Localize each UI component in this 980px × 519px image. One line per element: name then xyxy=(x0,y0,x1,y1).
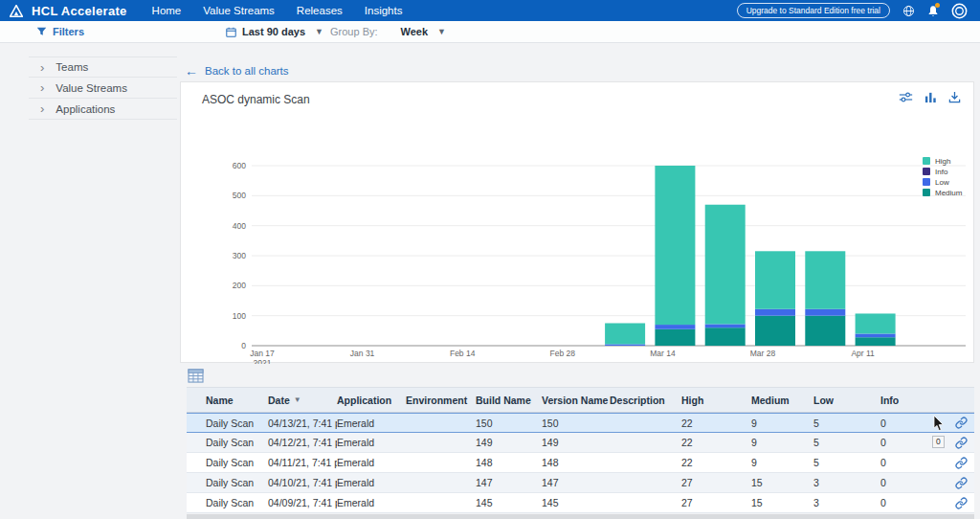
bar-segment-low-apr-11[interactable] xyxy=(856,333,896,337)
back-to-charts-link[interactable]: ← Back to all charts xyxy=(185,63,289,79)
cell-build-name: 149 xyxy=(476,437,542,448)
row-link-icon[interactable] xyxy=(955,437,968,449)
sidebar-item-teams[interactable]: ›Teams xyxy=(29,56,177,78)
legend-swatch-info xyxy=(923,168,930,175)
column-header-info[interactable]: Info xyxy=(880,395,947,406)
bar-segment-low-mar-28[interactable] xyxy=(755,309,795,316)
column-header-description[interactable]: Description xyxy=(610,395,681,406)
cell-high: 27 xyxy=(681,477,751,488)
cell-application: Emerald xyxy=(337,417,406,429)
cell-date: 04/11/21, 7:41 pm xyxy=(268,457,337,468)
y-tick-label: 200 xyxy=(233,281,246,290)
column-header-name[interactable]: Name xyxy=(187,395,268,406)
column-header-environment[interactable]: Environment xyxy=(406,395,476,406)
chevron-down-icon: ▼ xyxy=(437,27,446,36)
bar-segment-low-mar-14[interactable] xyxy=(655,325,695,329)
row-link-icon[interactable] xyxy=(955,457,968,469)
cell-medium: 9 xyxy=(751,417,813,429)
chevron-down-icon: ▼ xyxy=(315,27,323,36)
column-label: High xyxy=(681,395,703,406)
mouse-cursor xyxy=(933,416,945,436)
column-label: Name xyxy=(206,395,234,406)
bar-segment-medium-apr-11[interactable] xyxy=(856,337,896,346)
table-scroll-edge xyxy=(187,514,974,519)
chart-type-icon[interactable] xyxy=(924,91,937,103)
bar-segment-high-mar-14[interactable] xyxy=(655,166,695,325)
bar-segment-high-apr-11[interactable] xyxy=(856,313,896,333)
y-tick-label: 400 xyxy=(233,221,246,231)
row-link-icon[interactable] xyxy=(955,477,968,489)
bar-segment-medium-mar-21[interactable] xyxy=(705,327,746,346)
bar-segment-high-mar-21[interactable] xyxy=(705,205,746,325)
legend-swatch-high xyxy=(923,157,930,165)
nav-item-insights[interactable]: Insights xyxy=(365,5,403,16)
sidebar-item-label: Value Streams xyxy=(56,82,127,94)
column-header-medium[interactable]: Medium xyxy=(751,395,813,406)
cell-version-name: 145 xyxy=(542,497,610,508)
column-header-build-name[interactable]: Build Name xyxy=(476,395,542,406)
legend-label-info: Info xyxy=(935,168,948,176)
app-title: HCL Accelerate xyxy=(32,4,127,18)
filters-toggle[interactable]: Filters xyxy=(36,21,84,42)
cell-build-name: 147 xyxy=(476,477,542,488)
group-by-dropdown[interactable]: Group By: Week ▼ xyxy=(330,21,446,42)
table-row[interactable]: Daily Scan04/10/21, 7:41 pmEmerald147147… xyxy=(187,473,974,493)
filter-sidebar: ›Teams›Value Streams›Applications xyxy=(29,56,177,120)
cell-date: 04/09/21, 7:41 pm xyxy=(268,497,337,508)
nav-item-value-streams[interactable]: Value Streams xyxy=(203,5,275,16)
globe-icon[interactable] xyxy=(902,5,915,17)
column-header-low[interactable]: Low xyxy=(813,395,880,406)
group-by-value: Week xyxy=(401,26,429,37)
y-tick-label: 600 xyxy=(233,161,246,170)
cell-date: 04/13/21, 7:41 pm xyxy=(268,417,337,429)
bar-segment-medium-apr-4[interactable] xyxy=(805,316,845,346)
chart-title: ASOC dynamic Scan xyxy=(202,93,310,106)
bar-segment-medium-mar-28[interactable] xyxy=(755,316,795,346)
cell-build-name: 145 xyxy=(476,497,542,508)
table-view-icon[interactable] xyxy=(188,369,204,387)
table-row[interactable]: Daily Scan04/13/21, 7:41 pmEmerald150150… xyxy=(187,413,974,433)
nav-item-home[interactable]: Home xyxy=(152,5,182,16)
table-row[interactable]: Daily Scan04/11/21, 7:41 pmEmerald148148… xyxy=(187,453,974,473)
x-tick-label: Feb 14 xyxy=(450,349,476,358)
bar-segment-high-mar-7[interactable] xyxy=(605,324,645,345)
download-icon[interactable] xyxy=(948,91,961,103)
nav-item-releases[interactable]: Releases xyxy=(297,5,343,16)
bar-segment-high-mar-28[interactable] xyxy=(755,251,795,308)
chart-settings-icon[interactable] xyxy=(899,91,913,103)
column-header-version-name[interactable]: Version Name xyxy=(542,395,610,406)
sidebar-item-label: Applications xyxy=(56,103,115,115)
date-range-dropdown[interactable]: Last 90 days ▼ xyxy=(226,21,323,42)
cell-high: 22 xyxy=(681,457,751,468)
bar-segment-low-mar-7[interactable] xyxy=(605,344,645,346)
legend-swatch-low xyxy=(923,178,930,186)
hcl-logo-icon[interactable] xyxy=(10,5,23,17)
cell-build-name: 150 xyxy=(476,417,542,429)
table-row[interactable]: Daily Scan04/12/21, 7:41 pmEmerald149149… xyxy=(187,433,974,453)
row-link-icon[interactable] xyxy=(955,497,968,509)
cell-application: Emerald xyxy=(337,457,406,468)
sidebar-item-applications[interactable]: ›Applications xyxy=(29,99,177,120)
legend-swatch-medium xyxy=(923,189,930,196)
sidebar-item-value-streams[interactable]: ›Value Streams xyxy=(29,78,177,99)
cell-high: 22 xyxy=(681,417,751,429)
sort-caret-icon: ▼ xyxy=(294,395,301,404)
column-label: Environment xyxy=(406,395,467,406)
column-label: Build Name xyxy=(476,395,531,406)
column-header-application[interactable]: Application xyxy=(337,395,406,406)
bar-segment-high-apr-4[interactable] xyxy=(805,251,845,308)
column-label: Low xyxy=(813,395,834,406)
user-avatar[interactable] xyxy=(951,3,968,19)
notifications-bell-icon[interactable] xyxy=(927,5,939,17)
row-link-icon[interactable] xyxy=(955,417,968,429)
bar-segment-low-mar-21[interactable] xyxy=(705,324,746,327)
upgrade-button[interactable]: Upgrade to Standard Edition free trial xyxy=(737,3,890,18)
column-header-date[interactable]: Date▼ xyxy=(268,395,337,406)
bar-segment-low-apr-4[interactable] xyxy=(805,309,845,316)
y-tick-label: 100 xyxy=(233,311,246,321)
column-header-high[interactable]: High xyxy=(681,395,751,406)
bar-segment-medium-mar-14[interactable] xyxy=(655,329,695,346)
column-label: Description xyxy=(610,395,665,406)
x-tick-label: Apr 11 xyxy=(851,349,875,358)
table-row[interactable]: Daily Scan04/09/21, 7:41 pmEmerald145145… xyxy=(187,493,974,513)
